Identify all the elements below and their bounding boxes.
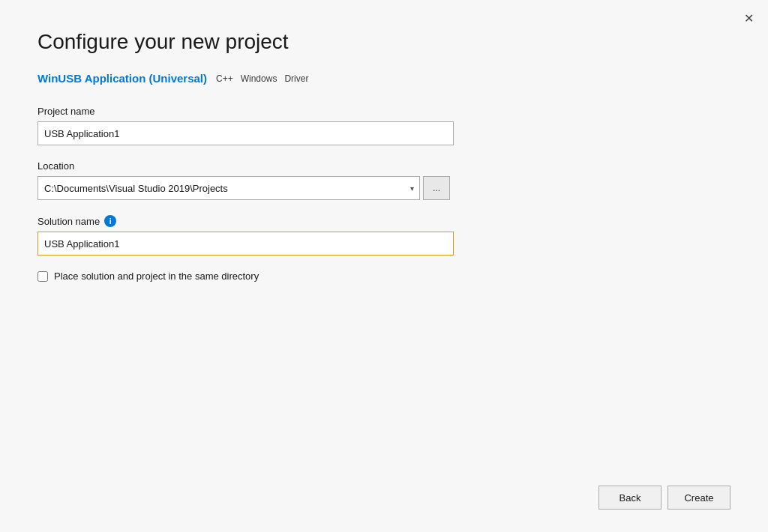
solution-name-input[interactable] [38,232,454,256]
close-button[interactable]: ✕ [741,10,756,25]
project-type-row: WinUSB Application (Universal) C++ Windo… [38,72,730,85]
project-name-input[interactable] [38,121,454,145]
same-directory-checkbox[interactable] [38,271,48,282]
tag-driver: Driver [284,73,308,84]
location-row: C:\Documents\Visual Studio 2019\Projects… [38,176,730,200]
solution-name-info-icon[interactable]: i [104,215,116,227]
location-dropdown[interactable]: C:\Documents\Visual Studio 2019\Projects [38,176,420,200]
browse-button[interactable]: ... [423,176,450,200]
project-name-label: Project name [38,106,730,117]
project-type-tags: C++ Windows Driver [216,73,308,84]
project-name-section: Project name [38,106,730,145]
solution-name-section: Solution name i [38,215,730,256]
location-label: Location [38,160,730,172]
tag-windows: Windows [241,73,278,84]
solution-name-label: Solution name i [38,215,730,227]
close-icon: ✕ [744,11,754,25]
create-button[interactable]: Create [668,486,730,510]
browse-icon: ... [433,183,440,193]
location-select-wrapper: C:\Documents\Visual Studio 2019\Projects [38,176,420,200]
footer-buttons: Back Create [598,486,730,510]
back-button[interactable]: Back [598,486,662,510]
location-section: Location C:\Documents\Visual Studio 2019… [38,160,730,200]
same-directory-label[interactable]: Place solution and project in the same d… [54,270,259,282]
tag-cpp: C++ [216,73,233,84]
dialog-title: Configure your new project [38,30,730,54]
project-type-name-highlight: (Universal) [148,72,207,85]
project-type-name-text: WinUSB Application [38,72,148,85]
solution-name-label-text: Solution name [38,216,100,227]
same-directory-row: Place solution and project in the same d… [38,270,730,282]
project-type-name: WinUSB Application (Universal) [38,72,207,85]
configure-project-dialog: ✕ Configure your new project WinUSB Appl… [0,0,768,532]
